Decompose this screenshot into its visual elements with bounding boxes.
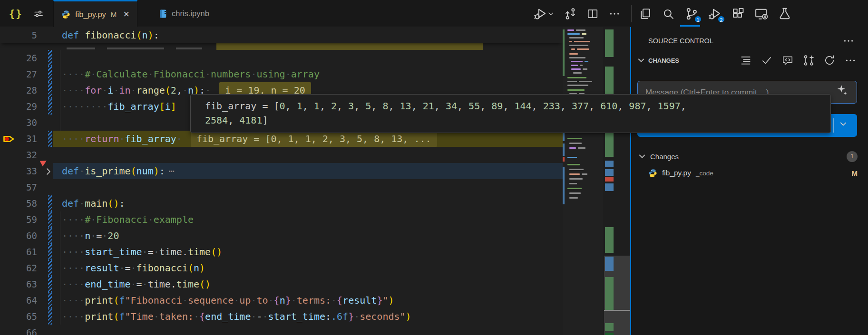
changed-file-row[interactable]: fib_py.py _code M bbox=[648, 164, 858, 182]
code-line-32[interactable]: 32 bbox=[0, 147, 563, 163]
activity-debug-icon[interactable]: 2 bbox=[708, 7, 722, 21]
code-line-65[interactable]: 65····print(f"Time·taken:·{end_time·-·st… bbox=[0, 308, 563, 325]
line-number[interactable]: 60 bbox=[0, 228, 37, 244]
line-number[interactable]: 58 bbox=[0, 195, 37, 211]
refresh-icon[interactable] bbox=[823, 54, 836, 67]
python-icon bbox=[61, 10, 70, 19]
sidebar-focus-border[interactable] bbox=[630, 27, 631, 335]
line-number[interactable]: 27 bbox=[0, 66, 37, 82]
git-modified-gutter bbox=[48, 260, 52, 276]
editor-actions bbox=[533, 0, 621, 27]
fold-chevron-icon[interactable] bbox=[44, 167, 53, 178]
code-line-57[interactable]: 57 bbox=[0, 179, 563, 195]
git-modified-gutter bbox=[48, 50, 52, 66]
tab-fib_py.py[interactable]: fib_py.pyM× bbox=[53, 0, 137, 27]
chevron-down-icon[interactable] bbox=[839, 120, 848, 128]
line-number[interactable]: 29 bbox=[0, 98, 37, 115]
code-line-58[interactable]: 58def·main(): bbox=[0, 195, 563, 211]
generate-commit-message-icon[interactable] bbox=[836, 84, 848, 98]
line-number[interactable]: 59 bbox=[0, 211, 37, 228]
code-line-33[interactable]: 33def·is_prime(num):⋯ bbox=[0, 163, 563, 179]
line-number[interactable]: 66 bbox=[0, 325, 37, 335]
tabbar-left-icons: {} bbox=[0, 0, 53, 27]
divider bbox=[833, 118, 834, 133]
activity-testing-icon[interactable] bbox=[778, 7, 792, 21]
code-editor[interactable]: 5def fibonacci(n): 2627····#·Calculate·F… bbox=[0, 27, 563, 335]
code-line-26[interactable]: 26 bbox=[0, 50, 563, 66]
line-number[interactable]: 61 bbox=[0, 244, 37, 260]
code-line-61[interactable]: 61····start_time·=·time.time() bbox=[0, 244, 563, 260]
git-modified-gutter bbox=[48, 244, 52, 260]
line-number[interactable]: 26 bbox=[0, 50, 37, 66]
minimap[interactable] bbox=[563, 27, 603, 335]
tab-chris.ipynb[interactable]: chris.ipynb bbox=[151, 0, 217, 27]
line-number[interactable]: 33 bbox=[0, 163, 37, 179]
changes-count-badge: 1 bbox=[847, 151, 858, 162]
clipped-inline-value bbox=[216, 43, 483, 50]
sticky-scroll-line[interactable]: 5def fibonacci(n): bbox=[0, 27, 563, 43]
tab-title: fib_py.py bbox=[75, 10, 106, 19]
comment-icon[interactable] bbox=[781, 54, 794, 67]
close-icon[interactable]: × bbox=[123, 10, 129, 19]
tooltip-line: 2584, 4181] bbox=[205, 113, 830, 127]
open-changes-icon[interactable] bbox=[564, 7, 577, 20]
code-line-62[interactable]: 62····result·=·fibonacci(n) bbox=[0, 260, 563, 276]
notebook-icon bbox=[159, 9, 167, 19]
code-line-59[interactable]: 59····#·Fibonacci·example bbox=[0, 211, 563, 228]
line-number[interactable]: 62 bbox=[0, 260, 37, 276]
code-line-60[interactable]: 60····n·=·20 bbox=[0, 228, 563, 244]
line-number: 5 bbox=[0, 27, 37, 43]
line-number[interactable]: 64 bbox=[0, 292, 37, 308]
line-number[interactable]: 28 bbox=[0, 82, 37, 98]
braces-icon[interactable]: {} bbox=[9, 8, 23, 19]
scrollbar[interactable] bbox=[603, 27, 630, 335]
chevron-down-icon bbox=[637, 56, 645, 65]
view-as-list-icon[interactable] bbox=[740, 54, 752, 67]
clipped-line-fragment bbox=[0, 43, 563, 50]
active-view-indicator bbox=[680, 25, 700, 27]
code-line-66[interactable]: 66 bbox=[0, 325, 563, 335]
activity-extensions-icon[interactable] bbox=[731, 7, 745, 21]
more-actions-icon[interactable] bbox=[842, 35, 855, 47]
activity-search-icon[interactable] bbox=[661, 7, 675, 21]
changes-header-label: CHANGES bbox=[648, 57, 679, 64]
line-number[interactable]: 32 bbox=[0, 147, 37, 163]
more-icon[interactable] bbox=[844, 54, 857, 67]
commit-check-icon[interactable] bbox=[761, 54, 773, 67]
git-modified-gutter bbox=[48, 292, 52, 308]
git-modified-gutter bbox=[48, 98, 52, 115]
activity-bar: 12 bbox=[638, 0, 861, 27]
activity-source-control-icon[interactable]: 1 bbox=[684, 7, 699, 21]
line-number[interactable]: 57 bbox=[0, 179, 37, 195]
more-icon[interactable] bbox=[608, 8, 621, 20]
vscode-window: {} fib_py.pyM×chris.ipynb 5def fibonacci… bbox=[0, 0, 868, 335]
inline-debug-value: fib_array = [0, 1, 1, 2, 3, 5, 8, 13, ..… bbox=[191, 131, 437, 147]
git-modified-gutter bbox=[48, 228, 52, 244]
badge: 2 bbox=[717, 15, 725, 23]
line-number[interactable]: 30 bbox=[0, 115, 37, 131]
activity-copy-icon[interactable] bbox=[638, 7, 652, 21]
code-line-63[interactable]: 63····end_time·=·time.time() bbox=[0, 276, 563, 292]
tooltip-line: fib_array = [0, 1, 1, 2, 3, 5, 8, 13, 21… bbox=[205, 99, 830, 113]
code-line-31[interactable]: 31····return·fib_array·fib_array = [0, 1… bbox=[0, 131, 563, 147]
tab-title: chris.ipynb bbox=[172, 9, 209, 18]
debug-current-line-breakpoint-icon[interactable] bbox=[2, 134, 17, 146]
file-path: _code bbox=[696, 170, 713, 177]
activity-remote-explorer-icon[interactable] bbox=[754, 7, 769, 21]
layout-sliders-icon[interactable] bbox=[33, 8, 44, 19]
changes-tree-header[interactable]: Changes 1 bbox=[638, 148, 858, 164]
split-editor-icon[interactable] bbox=[586, 8, 599, 20]
git-modified-gutter bbox=[48, 195, 52, 211]
git-modified-gutter bbox=[48, 308, 52, 325]
divider bbox=[631, 5, 632, 22]
create-pr-icon[interactable] bbox=[802, 54, 815, 67]
line-number[interactable]: 65 bbox=[0, 308, 37, 325]
code-line-64[interactable]: 64····print(f"Fibonacci·sequence·up·to·{… bbox=[0, 292, 563, 308]
line-number[interactable]: 63 bbox=[0, 276, 37, 292]
changes-section-header[interactable]: CHANGES bbox=[637, 52, 857, 68]
text-fragment bbox=[176, 48, 202, 49]
changes-toolbar bbox=[740, 54, 857, 67]
code-line-27[interactable]: 27····#·Calculate·Fibonacci·numbers·usin… bbox=[0, 66, 563, 82]
run-or-debug-icon[interactable] bbox=[533, 7, 554, 21]
git-modified-gutter bbox=[48, 131, 52, 147]
